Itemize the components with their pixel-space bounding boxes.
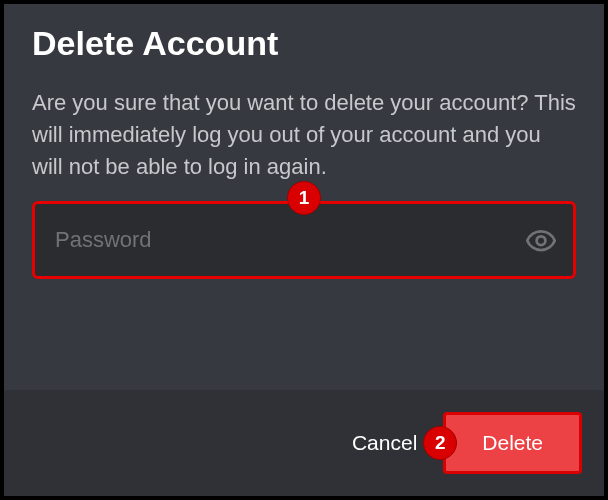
annotation-badge-2: 2 [423,426,457,460]
delete-account-dialog: Delete Account Are you sure that you wan… [2,2,606,498]
annotation-badge-1: 1 [287,181,321,215]
dialog-body: Are you sure that you want to delete you… [4,63,604,390]
password-input-wrapper: 1 [32,201,576,279]
delete-button[interactable]: Delete [443,412,582,474]
cancel-button[interactable]: Cancel [334,417,435,469]
svg-point-0 [537,236,546,245]
dialog-description: Are you sure that you want to delete you… [32,87,576,183]
delete-button-wrapper: 2 Delete [443,412,582,474]
show-password-icon[interactable] [524,223,558,257]
dialog-title: Delete Account [32,24,576,63]
dialog-footer: Cancel 2 Delete [4,390,604,496]
dialog-header: Delete Account [4,4,604,63]
